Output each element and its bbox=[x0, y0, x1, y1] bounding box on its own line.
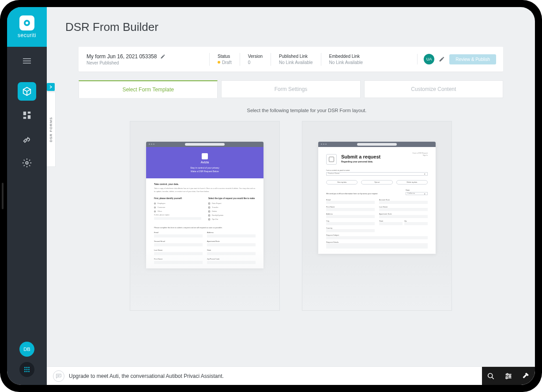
tab-form-settings[interactable]: Form Settings bbox=[221, 80, 360, 98]
brand-logo[interactable]: securiti bbox=[7, 7, 47, 47]
hex-logo-icon bbox=[326, 154, 337, 165]
assistant-bar: Upgrade to meet Auti, the conversational… bbox=[47, 366, 535, 385]
svg-rect-0 bbox=[23, 112, 26, 115]
svg-point-8 bbox=[24, 369, 26, 370]
apps-grid-icon bbox=[23, 366, 31, 373]
apps-button[interactable] bbox=[19, 362, 34, 377]
search-button[interactable] bbox=[482, 367, 500, 385]
meta-embedded-link: Embedded Link No Link Available bbox=[321, 53, 418, 66]
form-info-bar: My form Jun 16, 2021 053358 Never Publis… bbox=[79, 47, 503, 72]
svg-point-4 bbox=[26, 162, 28, 164]
dashboard-icon bbox=[22, 110, 32, 120]
form-name-block: My form Jun 16, 2021 053358 Never Publis… bbox=[86, 53, 209, 65]
main: DSR From Builder DSR FORMS My form Jun 1… bbox=[47, 7, 535, 385]
chat-icon[interactable] bbox=[53, 370, 64, 382]
user-avatar[interactable]: DB bbox=[19, 342, 34, 357]
gear-icon bbox=[22, 158, 32, 168]
svg-point-10 bbox=[28, 369, 30, 370]
svg-point-9 bbox=[26, 369, 28, 370]
review-publish-button[interactable]: Review & Publish bbox=[449, 54, 496, 64]
chevron-right-icon bbox=[49, 85, 53, 89]
nav-item-dashboard[interactable] bbox=[18, 106, 36, 124]
dsr-rail-label: DSR FORMS bbox=[49, 117, 53, 142]
pencil-icon[interactable] bbox=[439, 56, 445, 62]
wrench-icon bbox=[22, 134, 32, 144]
svg-point-13 bbox=[28, 371, 30, 372]
meta-status: Status Draft bbox=[209, 53, 240, 66]
nav-item-cube[interactable] bbox=[18, 82, 36, 101]
tab-customize-content[interactable]: Customize Content bbox=[364, 80, 503, 98]
svg-point-19 bbox=[507, 373, 508, 375]
nav-item-settings[interactable] bbox=[18, 154, 36, 172]
form-name: My form Jun 16, 2021 053358 bbox=[87, 53, 157, 60]
form-publish-status: Never Published bbox=[87, 60, 209, 65]
filter-button[interactable] bbox=[500, 367, 517, 385]
nav-item-tools[interactable] bbox=[18, 130, 36, 148]
template-card-2[interactable]: I have a DSR RequestSign In Submit a req… bbox=[302, 121, 452, 311]
svg-point-20 bbox=[509, 375, 511, 377]
svg-rect-1 bbox=[28, 112, 30, 114]
template-gallery: Avizia Stay in control of your privacyMa… bbox=[79, 121, 535, 311]
tab-select-template[interactable]: Select Form Template bbox=[79, 80, 218, 98]
collaborator-avatar[interactable]: UA bbox=[424, 54, 434, 64]
dsr-forms-rail[interactable]: DSR FORMS bbox=[47, 92, 56, 167]
meta-published-link: Published Link No Link Available bbox=[271, 53, 321, 66]
build-button[interactable] bbox=[517, 367, 535, 385]
dsr-rail-expand[interactable] bbox=[47, 83, 55, 91]
meta-version: Version 0 bbox=[240, 53, 271, 66]
builder-tabs: Select Form Template Form Settings Custo… bbox=[79, 80, 503, 98]
svg-point-7 bbox=[28, 367, 30, 368]
hammer-icon bbox=[522, 372, 531, 381]
assistant-text: Upgrade to meet Auti, the conversational… bbox=[69, 373, 224, 379]
svg-point-5 bbox=[24, 367, 26, 368]
search-icon bbox=[486, 372, 495, 381]
svg-point-21 bbox=[506, 377, 507, 379]
page-header: DSR From Builder bbox=[47, 7, 535, 47]
status-dot-icon bbox=[218, 61, 220, 64]
page-title: DSR From Builder bbox=[65, 20, 158, 34]
cube-icon bbox=[22, 87, 32, 96]
svg-point-6 bbox=[26, 367, 28, 368]
sliders-icon bbox=[504, 372, 513, 381]
template-logo-icon bbox=[202, 153, 208, 159]
svg-point-11 bbox=[24, 371, 26, 372]
svg-rect-2 bbox=[28, 115, 30, 119]
pencil-icon[interactable] bbox=[160, 54, 166, 59]
brand-name: securiti bbox=[18, 32, 36, 38]
template-preview: Avizia Stay in control of your privacyMa… bbox=[146, 142, 263, 268]
svg-rect-3 bbox=[23, 117, 26, 119]
template-preview: I have a DSR RequestSign In Submit a req… bbox=[318, 142, 436, 254]
template-card-1[interactable]: Avizia Stay in control of your privacyMa… bbox=[130, 121, 280, 311]
menu-toggle-button[interactable] bbox=[19, 53, 35, 69]
instruction-text: Select the following template for your D… bbox=[79, 98, 535, 121]
sidebar: securiti DB bbox=[7, 7, 47, 385]
hamburger-icon bbox=[23, 58, 31, 64]
content: DSR FORMS My form Jun 16, 2021 053358 Ne… bbox=[47, 47, 535, 366]
svg-point-14 bbox=[488, 373, 493, 378]
svg-line-15 bbox=[492, 377, 494, 379]
brand-mark-icon bbox=[19, 15, 34, 30]
svg-point-12 bbox=[26, 371, 28, 372]
